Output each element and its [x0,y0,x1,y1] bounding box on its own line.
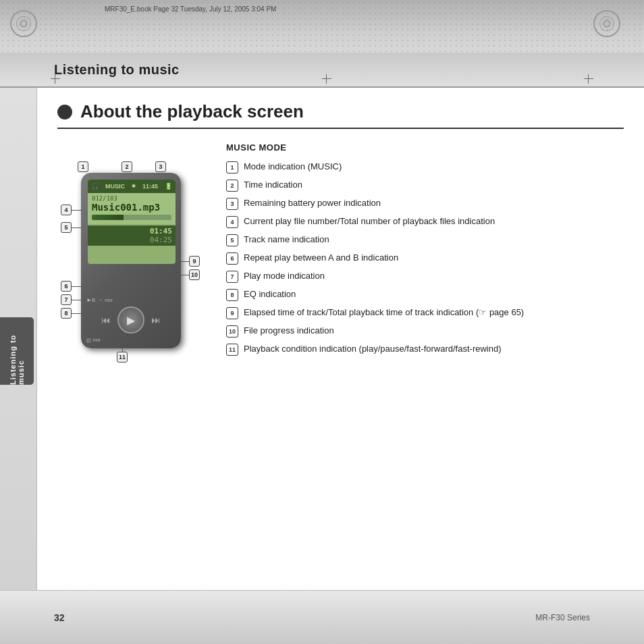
crosshair-header-right [584,74,593,84]
sidebar: Listening to music [0,88,37,644]
callout-6: 6 [61,281,72,292]
annotations-panel: MUSIC MODE 1 Mode indication (MUSIC) 2 T… [226,142,624,361]
callout-9-line [181,261,189,262]
annotation-text-10: File progress indication [244,325,624,337]
corner-circle-tl [10,10,37,37]
annotation-num-9: 9 [226,307,238,319]
callout-11: 11 [117,352,128,363]
callout-2: 2 [122,161,132,172]
callout-10: 10 [189,269,200,280]
screen-stars: ✱ [132,184,136,189]
annotation-text-3: Remaining battery power indication [244,197,624,209]
page-title-container: About the playback screen [57,101,624,129]
annotation-num-6: 6 [226,252,238,265]
annotation-item-7: 7 Play mode indication [226,270,624,283]
headphones-icon: 🎧 [91,183,99,190]
play-mode-indicator: → [97,297,103,303]
sidebar-tab: Listening to music [0,317,34,385]
callout-8: 8 [61,308,72,319]
annotation-item-8: 8 EQ indication [226,288,624,301]
annotation-item-11: 11 Playback condition indication (play/p… [226,343,624,356]
annotation-item-9: 9 Elapsed time of track/Total playback t… [226,306,624,319]
callout-6-line [72,286,82,287]
screen-filenum: 012/103 [92,195,171,202]
annotation-text-1: Mode indication (MUSIC) [244,161,624,173]
page-title-bullet [57,105,72,119]
corner-circle-inner-tr [603,20,611,28]
page-title: About the playback screen [80,101,304,122]
screen-filename: Music001.mp3 [92,202,171,213]
annotation-num-11: 11 [226,344,238,356]
page-number: 32 [54,612,65,623]
crosshair-header-mid [322,74,331,84]
callout-4: 4 [61,205,72,215]
annotation-num-7: 7 [226,271,238,283]
repeat-ab-indicator: ►B [86,297,95,303]
callout-4-line [72,210,82,211]
annotation-item-2: 2 Time indication [226,179,624,192]
screen-mode: MUSIC [105,183,125,190]
callout-3: 3 [155,161,166,172]
file-info: MRF30_E.book Page 32 Tuesday, July 12, 2… [105,5,276,13]
bottom-icon-1: ||| [86,337,90,343]
callout-1: 1 [78,161,88,172]
annotation-num-2: 2 [226,180,238,192]
callout-9: 9 [189,256,200,267]
annotation-text-7: Play mode indication [244,270,624,282]
callout-5: 5 [61,222,72,233]
corner-decoration-tr [593,10,634,51]
corner-circle-inner-tl [20,20,28,28]
callout-7-line [72,300,82,300]
screen-time2: 04:25 [91,236,172,244]
annotation-item-5: 5 Track name indication [226,234,624,246]
annotation-text-8: EQ indication [244,288,624,300]
skip-back-icon[interactable]: ⏮ [101,315,111,325]
annotation-num-3: 3 [226,198,238,210]
battery-icon: 🔋 [165,183,172,190]
screen-time1: 01:45 [91,227,172,236]
annotation-item-1: 1 Mode indication (MUSIC) [226,161,624,173]
annotation-num-10: 10 [226,325,238,338]
screen-time: 11:45 [142,183,158,190]
eq-indicator: nor [105,297,113,303]
annotation-num-5: 5 [226,234,238,246]
bottom-icons-row: ||| nor [86,337,176,343]
callout-8-line [72,313,82,314]
playback-controls-row: ⏮ ▶ ⏭ [86,306,176,333]
bottom-icon-2: nor [92,337,101,343]
device-diagram: 1 2 3 🎧 MUSIC ✱ 11:45 [57,149,206,365]
screen-time-area: 01:45 04:25 [88,225,176,246]
model-number: MR-F30 Series [535,613,590,622]
main-content: About the playback screen 1 2 3 [37,88,644,644]
annotation-item-6: 6 Repeat play between A and B indication [226,252,624,265]
section-title: Listening to music [54,62,180,78]
device-body: 🎧 MUSIC ✱ 11:45 🔋 012/103 Music001.mp3 [81,173,181,348]
content-layout: 1 2 3 🎧 MUSIC ✱ 11:45 [57,142,624,365]
footer-bar: 32 MR-F30 Series [0,590,644,644]
mode-indicators-row: ►B → nor [86,297,176,303]
callout-10-line [181,275,189,275]
annotation-text-6: Repeat play between A and B indication [244,252,624,264]
sidebar-tab-label: Listening to music [9,317,25,385]
device-area: 1 2 3 🎧 MUSIC ✱ 11:45 [57,142,213,365]
annotations-title: MUSIC MODE [226,142,624,153]
annotation-num-8: 8 [226,289,238,301]
skip-fwd-icon[interactable]: ⏭ [151,315,161,325]
annotation-text-9: Elapsed time of track/Total playback tim… [244,306,624,319]
annotation-num-1: 1 [226,161,238,173]
annotation-text-4: Current play file number/Total number of… [244,215,624,227]
screen-progress [92,215,171,220]
annotation-text-5: Track name indication [244,234,624,246]
screen-body: 012/103 Music001.mp3 [88,193,176,224]
corner-circle-tr [593,10,620,37]
annotation-text-11: Playback condition indication (play/paus… [244,343,624,355]
annotation-item-3: 3 Remaining battery power indication [226,197,624,210]
corner-decoration-tl [10,10,51,51]
device-controls: ►B → nor ⏮ ▶ ⏭ [86,297,176,343]
callout-5-line [72,227,82,228]
crosshair-top-left [51,74,60,84]
annotation-text-2: Time indication [244,179,624,191]
play-button[interactable]: ▶ [117,306,144,333]
callout-7: 7 [61,294,72,305]
annotation-item-4: 4 Current play file number/Total number … [226,215,624,228]
